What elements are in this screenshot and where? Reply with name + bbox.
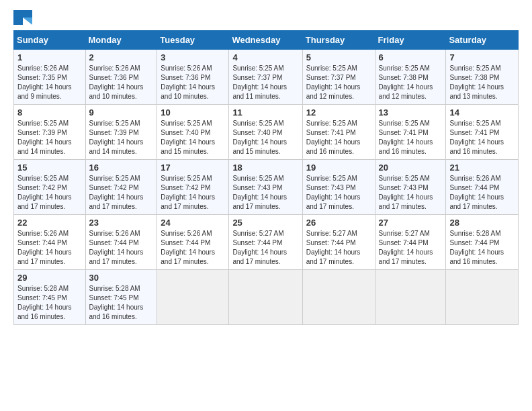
day-info: Sunrise: 5:25 AMSunset: 7:43 PMDaylight:… [232, 175, 287, 210]
calendar-cell: 19Sunrise: 5:25 AMSunset: 7:43 PMDayligh… [302, 160, 375, 215]
day-number: 30 [89, 273, 154, 283]
day-number: 23 [89, 218, 154, 228]
logo [13, 10, 35, 25]
calendar-row-4: 29Sunrise: 5:28 AMSunset: 7:45 PMDayligh… [14, 270, 519, 325]
day-number: 21 [449, 163, 515, 173]
calendar-cell: 29Sunrise: 5:28 AMSunset: 7:45 PMDayligh… [14, 270, 86, 325]
calendar-cell [302, 270, 375, 325]
day-info: Sunrise: 5:28 AMSunset: 7:45 PMDaylight:… [17, 285, 72, 320]
day-number: 16 [89, 163, 154, 173]
svg-rect-0 [13, 10, 23, 25]
calendar-cell: 25Sunrise: 5:27 AMSunset: 7:44 PMDayligh… [229, 215, 302, 270]
day-number: 14 [449, 107, 515, 118]
day-info: Sunrise: 5:25 AMSunset: 7:41 PMDaylight:… [379, 120, 433, 155]
day-info: Sunrise: 5:25 AMSunset: 7:42 PMDaylight:… [17, 175, 72, 210]
calendar-cell: 21Sunrise: 5:26 AMSunset: 7:44 PMDayligh… [446, 160, 519, 215]
day-number: 11 [232, 107, 298, 118]
calendar-cell: 13Sunrise: 5:25 AMSunset: 7:41 PMDayligh… [375, 105, 446, 160]
day-number: 8 [17, 107, 82, 118]
calendar-weekday-friday: Friday [375, 31, 446, 50]
day-number: 19 [306, 163, 371, 173]
calendar-cell [446, 270, 519, 325]
day-info: Sunrise: 5:25 AMSunset: 7:39 PMDaylight:… [89, 120, 144, 155]
calendar-cell: 16Sunrise: 5:25 AMSunset: 7:42 PMDayligh… [85, 160, 157, 215]
day-number: 9 [89, 107, 154, 118]
day-number: 15 [17, 163, 82, 173]
day-info: Sunrise: 5:28 AMSunset: 7:44 PMDaylight:… [449, 230, 504, 265]
calendar-cell: 26Sunrise: 5:27 AMSunset: 7:44 PMDayligh… [302, 215, 375, 270]
day-number: 2 [89, 52, 154, 62]
day-info: Sunrise: 5:25 AMSunset: 7:42 PMDaylight:… [89, 175, 144, 210]
day-info: Sunrise: 5:25 AMSunset: 7:40 PMDaylight:… [161, 120, 215, 155]
calendar-cell [375, 270, 446, 325]
calendar-weekday-wednesday: Wednesday [229, 31, 302, 50]
day-info: Sunrise: 5:26 AMSunset: 7:36 PMDaylight:… [161, 64, 215, 100]
calendar-cell: 7Sunrise: 5:25 AMSunset: 7:38 PMDaylight… [446, 50, 519, 105]
calendar-cell: 12Sunrise: 5:25 AMSunset: 7:41 PMDayligh… [302, 105, 375, 160]
day-info: Sunrise: 5:25 AMSunset: 7:38 PMDaylight:… [379, 64, 433, 100]
day-info: Sunrise: 5:25 AMSunset: 7:42 PMDaylight:… [161, 175, 215, 210]
calendar-cell: 17Sunrise: 5:25 AMSunset: 7:42 PMDayligh… [157, 160, 229, 215]
day-info: Sunrise: 5:25 AMSunset: 7:41 PMDaylight:… [306, 120, 361, 155]
calendar-row-0: 1Sunrise: 5:26 AMSunset: 7:35 PMDaylight… [14, 50, 519, 105]
day-info: Sunrise: 5:26 AMSunset: 7:44 PMDaylight:… [17, 230, 72, 265]
calendar-cell: 20Sunrise: 5:25 AMSunset: 7:43 PMDayligh… [375, 160, 446, 215]
day-info: Sunrise: 5:25 AMSunset: 7:40 PMDaylight:… [232, 120, 287, 155]
calendar-weekday-thursday: Thursday [302, 31, 375, 50]
calendar-table: SundayMondayTuesdayWednesdayThursdayFrid… [13, 30, 519, 325]
calendar-cell: 8Sunrise: 5:25 AMSunset: 7:39 PMDaylight… [14, 105, 86, 160]
calendar-cell: 28Sunrise: 5:28 AMSunset: 7:44 PMDayligh… [446, 215, 519, 270]
calendar-cell: 9Sunrise: 5:25 AMSunset: 7:39 PMDaylight… [85, 105, 157, 160]
day-number: 12 [306, 107, 371, 118]
day-number: 18 [232, 163, 298, 173]
day-info: Sunrise: 5:25 AMSunset: 7:43 PMDaylight:… [306, 175, 361, 210]
calendar-weekday-sunday: Sunday [14, 31, 86, 50]
calendar-header-row: SundayMondayTuesdayWednesdayThursdayFrid… [14, 31, 519, 50]
svg-marker-2 [23, 17, 32, 25]
calendar-cell: 30Sunrise: 5:28 AMSunset: 7:45 PMDayligh… [85, 270, 157, 325]
day-number: 13 [379, 107, 443, 118]
day-number: 26 [306, 218, 371, 228]
day-number: 27 [379, 218, 443, 228]
logo-icon [13, 10, 32, 25]
day-number: 7 [449, 52, 515, 62]
day-number: 29 [17, 273, 82, 283]
calendar-cell: 2Sunrise: 5:26 AMSunset: 7:36 PMDaylight… [85, 50, 157, 105]
calendar-cell: 22Sunrise: 5:26 AMSunset: 7:44 PMDayligh… [14, 215, 86, 270]
day-info: Sunrise: 5:25 AMSunset: 7:38 PMDaylight:… [449, 64, 504, 100]
day-info: Sunrise: 5:26 AMSunset: 7:36 PMDaylight:… [89, 64, 144, 100]
calendar-cell: 10Sunrise: 5:25 AMSunset: 7:40 PMDayligh… [157, 105, 229, 160]
day-number: 28 [449, 218, 515, 228]
day-number: 6 [379, 52, 443, 62]
day-info: Sunrise: 5:26 AMSunset: 7:44 PMDaylight:… [449, 175, 504, 210]
calendar-cell: 23Sunrise: 5:26 AMSunset: 7:44 PMDayligh… [85, 215, 157, 270]
calendar-cell: 11Sunrise: 5:25 AMSunset: 7:40 PMDayligh… [229, 105, 302, 160]
calendar-cell: 27Sunrise: 5:27 AMSunset: 7:44 PMDayligh… [375, 215, 446, 270]
day-info: Sunrise: 5:25 AMSunset: 7:43 PMDaylight:… [379, 175, 433, 210]
day-number: 3 [161, 52, 225, 62]
calendar-row-2: 15Sunrise: 5:25 AMSunset: 7:42 PMDayligh… [14, 160, 519, 215]
calendar-cell: 24Sunrise: 5:26 AMSunset: 7:44 PMDayligh… [157, 215, 229, 270]
day-number: 25 [232, 218, 298, 228]
calendar-cell: 14Sunrise: 5:25 AMSunset: 7:41 PMDayligh… [446, 105, 519, 160]
calendar-weekday-monday: Monday [85, 31, 157, 50]
calendar-cell [229, 270, 302, 325]
day-number: 4 [232, 52, 298, 62]
calendar-cell: 1Sunrise: 5:26 AMSunset: 7:35 PMDaylight… [14, 50, 86, 105]
calendar-weekday-tuesday: Tuesday [157, 31, 229, 50]
calendar-cell [157, 270, 229, 325]
calendar-row-1: 8Sunrise: 5:25 AMSunset: 7:39 PMDaylight… [14, 105, 519, 160]
calendar-weekday-saturday: Saturday [446, 31, 519, 50]
svg-rect-1 [23, 10, 32, 17]
calendar-cell: 18Sunrise: 5:25 AMSunset: 7:43 PMDayligh… [229, 160, 302, 215]
day-info: Sunrise: 5:28 AMSunset: 7:45 PMDaylight:… [89, 285, 144, 320]
calendar-cell: 5Sunrise: 5:25 AMSunset: 7:37 PMDaylight… [302, 50, 375, 105]
day-info: Sunrise: 5:25 AMSunset: 7:41 PMDaylight:… [449, 120, 504, 155]
header [13, 10, 519, 25]
day-info: Sunrise: 5:25 AMSunset: 7:39 PMDaylight:… [17, 120, 72, 155]
calendar-cell: 4Sunrise: 5:25 AMSunset: 7:37 PMDaylight… [229, 50, 302, 105]
page: SundayMondayTuesdayWednesdayThursdayFrid… [0, 0, 532, 335]
calendar-cell: 3Sunrise: 5:26 AMSunset: 7:36 PMDaylight… [157, 50, 229, 105]
day-info: Sunrise: 5:25 AMSunset: 7:37 PMDaylight:… [306, 64, 361, 100]
day-info: Sunrise: 5:26 AMSunset: 7:44 PMDaylight:… [161, 230, 215, 265]
